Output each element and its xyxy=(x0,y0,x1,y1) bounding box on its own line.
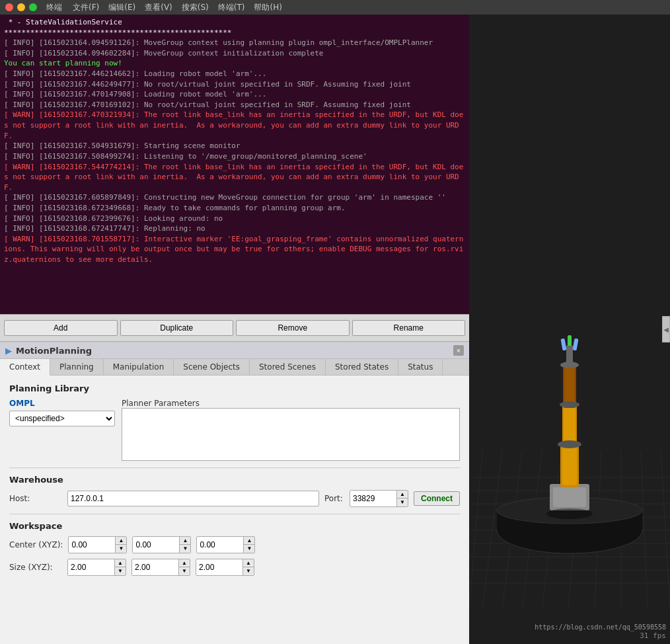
center-y-up[interactable]: ▲ xyxy=(180,537,190,545)
size-y-input[interactable] xyxy=(132,559,178,575)
port-label: Port: xyxy=(324,494,344,503)
center-x-input[interactable] xyxy=(69,537,115,553)
tabs-bar: Context Planning Manipulation Scene Obje… xyxy=(0,359,469,376)
terminal-line: [ WARN] [1615023167.544774214]: The root… xyxy=(4,162,465,193)
ompl-label: OMPL xyxy=(9,399,115,408)
svg-rect-24 xyxy=(553,487,586,507)
size-z-up[interactable]: ▲ xyxy=(243,559,254,567)
collapse-handle[interactable]: ◀ xyxy=(662,316,670,342)
warehouse-title: Warehouse xyxy=(9,475,460,485)
viewport-url: https://blog.csdn.net/qq_50598558 xyxy=(535,624,666,631)
center-y-spinner: ▲ ▼ xyxy=(132,536,191,553)
port-spinner: ▲ ▼ xyxy=(350,490,408,507)
add-button[interactable]: Add xyxy=(4,320,118,336)
center-z-input[interactable] xyxy=(197,537,243,553)
tab-manipulation[interactable]: Manipulation xyxy=(104,359,174,375)
size-y-spinner: ▲ ▼ xyxy=(131,559,190,576)
terminal-line: [ INFO] [1615023167.508499274]: Listenin… xyxy=(4,151,465,162)
terminal-line: [ INFO] [1615023167.470169102]: No root/… xyxy=(4,100,465,110)
size-x-spinner: ▲ ▼ xyxy=(67,559,126,576)
warehouse-row: Host: Port: ▲ ▼ Connect xyxy=(9,490,460,507)
port-input[interactable] xyxy=(350,491,396,506)
terminal-line: [ WARN] [1615023167.470321934]: The root… xyxy=(4,110,465,141)
rename-button[interactable]: Rename xyxy=(352,320,466,336)
terminal-line: [ INFO] [1615023167.504931679]: Starting… xyxy=(4,141,465,151)
titlebar: 终端 文件(F) 编辑(E) 查看(V) 搜索(S) 终端(T) 帮助(H) xyxy=(0,0,670,15)
close-window-btn[interactable] xyxy=(5,3,13,11)
motion-panel-icon: ▶ xyxy=(5,346,12,356)
tab-scene-objects[interactable]: Scene Objects xyxy=(174,359,250,375)
duplicate-button[interactable]: Duplicate xyxy=(120,320,234,336)
host-input[interactable] xyxy=(67,491,319,506)
svg-rect-28 xyxy=(564,407,576,446)
terminal-line: [ INFO] [1615023168.672399676]: Looking … xyxy=(4,214,465,224)
terminal-line: * - StateValidationService xyxy=(4,17,465,28)
planner-select[interactable]: <unspecified> xyxy=(9,411,115,426)
terminal-line: ****************************************… xyxy=(4,28,465,38)
size-xyz-label: Size (XYZ): xyxy=(9,563,62,572)
menu-edit[interactable]: 编辑(E) xyxy=(108,2,135,13)
app-title: 终端 xyxy=(46,2,62,13)
tab-status[interactable]: Status xyxy=(398,359,443,375)
size-x-btns: ▲ ▼ xyxy=(114,559,126,575)
menu-view[interactable]: 查看(V) xyxy=(145,2,172,13)
tab-stored-scenes[interactable]: Stored Scenes xyxy=(250,359,326,375)
left-panel: * - StateValidationService**************… xyxy=(0,15,469,644)
port-up-btn[interactable]: ▲ xyxy=(397,491,408,499)
terminal-line: [ INFO] [1615023164.094591126]: MoveGrou… xyxy=(4,38,465,48)
menu-bar: 文件(F) 编辑(E) 查看(V) 搜索(S) 终端(T) 帮助(H) xyxy=(73,2,282,13)
planner-params-box xyxy=(122,408,460,461)
menu-search[interactable]: 搜索(S) xyxy=(182,2,209,13)
section-sep-2 xyxy=(9,514,460,514)
size-xyz-row: Size (XYZ): ▲ ▼ ▲ ▼ xyxy=(9,559,460,576)
center-xyz-label: Center (XYZ): xyxy=(9,540,63,549)
terminal-line: [ INFO] [1615023167.605897849]: Construc… xyxy=(4,192,465,203)
planner-row: OMPL <unspecified> Planner Parameters xyxy=(9,399,460,461)
right-panel: https://blog.csdn.net/qq_50598558 31 fps xyxy=(469,15,670,644)
size-x-up[interactable]: ▲ xyxy=(115,559,126,567)
motion-panel-header: ▶ MotionPlanning × xyxy=(0,342,469,359)
center-z-down[interactable]: ▼ xyxy=(244,545,254,553)
center-y-input[interactable] xyxy=(133,537,179,553)
minimize-window-btn[interactable] xyxy=(17,3,25,11)
terminal-line: You can start planning now! xyxy=(4,58,465,69)
center-x-down[interactable]: ▼ xyxy=(116,545,126,553)
host-label: Host: xyxy=(9,494,62,503)
menu-file[interactable]: 文件(F) xyxy=(73,2,99,13)
svg-rect-30 xyxy=(564,367,575,406)
maximize-window-btn[interactable] xyxy=(29,3,37,11)
size-z-down[interactable]: ▼ xyxy=(243,567,254,575)
center-y-down[interactable]: ▼ xyxy=(180,545,190,553)
size-x-down[interactable]: ▼ xyxy=(115,567,126,575)
svg-point-31 xyxy=(558,440,581,448)
planning-library-title: Planning Library xyxy=(9,383,460,393)
fps-value: 31 fps xyxy=(640,631,666,640)
viewport[interactable]: https://blog.csdn.net/qq_50598558 31 fps xyxy=(469,15,670,644)
planner-params-label: Planner Parameters xyxy=(122,399,460,408)
size-z-btns: ▲ ▼ xyxy=(242,559,254,575)
menu-terminal[interactable]: 终端(T) xyxy=(218,2,245,13)
center-z-up[interactable]: ▲ xyxy=(244,537,254,545)
size-z-input[interactable] xyxy=(196,559,242,575)
connect-button[interactable]: Connect xyxy=(414,491,460,506)
motion-panel-header-left: ▶ MotionPlanning xyxy=(5,346,92,356)
tab-planning[interactable]: Planning xyxy=(50,359,104,375)
motion-panel-close-btn[interactable]: × xyxy=(453,345,464,356)
terminal-line: [ INFO] [1615023167.470147908]: Loading … xyxy=(4,89,465,100)
tab-stored-states[interactable]: Stored States xyxy=(326,359,398,375)
size-x-input[interactable] xyxy=(68,559,114,575)
port-down-btn[interactable]: ▼ xyxy=(397,499,408,506)
center-x-spinner: ▲ ▼ xyxy=(68,536,127,553)
port-spinner-btns: ▲ ▼ xyxy=(396,491,408,506)
svg-rect-34 xyxy=(566,345,573,366)
menu-help[interactable]: 帮助(H) xyxy=(254,2,281,13)
center-x-up[interactable]: ▲ xyxy=(116,537,126,545)
svg-point-38 xyxy=(546,508,593,519)
planner-right: Planner Parameters xyxy=(122,399,460,461)
viewport-url-overlay: https://blog.csdn.net/qq_50598558 xyxy=(535,624,666,631)
size-y-down[interactable]: ▼ xyxy=(179,567,190,575)
remove-button[interactable]: Remove xyxy=(236,320,350,336)
terminal-line: [ INFO] [1615023167.446249477]: No root/… xyxy=(4,79,465,90)
tab-context[interactable]: Context xyxy=(0,359,50,376)
size-y-up[interactable]: ▲ xyxy=(179,559,190,567)
